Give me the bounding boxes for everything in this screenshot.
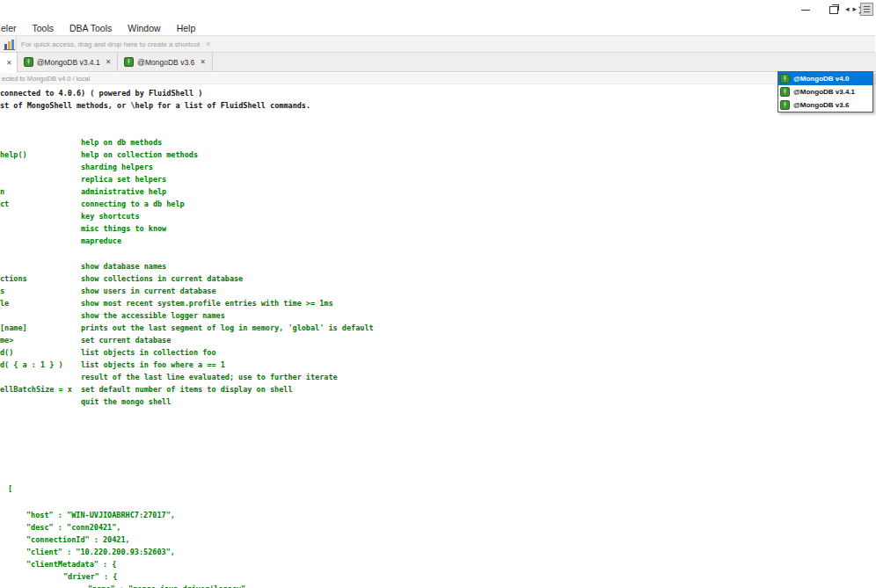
- help-command-fragment: d(): [0, 348, 13, 357]
- console-help-row: replica set helpers: [0, 175, 876, 187]
- dropdown-item[interactable]: @MongoDB v3.6: [778, 98, 872, 112]
- console-help-row: quit the mongo shell: [0, 397, 876, 410]
- help-description: administrative help: [81, 187, 166, 196]
- menu-item-window[interactable]: Window: [120, 22, 168, 33]
- dismiss-hint-icon[interactable]: ✕: [205, 40, 211, 48]
- restore-button[interactable]: [820, 0, 848, 19]
- console-help-row: help()help on collection methods: [0, 150, 876, 163]
- shell-banner-line: st of MongoShell methods, or \help for a…: [0, 101, 310, 110]
- dropdown-item-label: @MongoDB v3.6: [793, 101, 849, 109]
- connection-status-bar: ected to MongoDB v4.0 / local: [0, 73, 876, 84]
- console-help-row: nadministrative help: [0, 187, 876, 200]
- toolbar-divider: [16, 36, 17, 52]
- console-help-row: ctconnecting to a db help: [0, 200, 876, 212]
- help-description: quit the mongo shell: [81, 397, 171, 406]
- help-description: replica set helpers: [81, 175, 166, 184]
- help-description: prints out the last segment of log in me…: [81, 323, 374, 332]
- help-command-fragment: help(): [0, 150, 27, 159]
- json-block: "host" : "WIN-UVJIOABRHC7:27017","desc" …: [0, 511, 876, 588]
- help-description: show collections in current database: [81, 274, 243, 283]
- dropdown-item-label: @MongoDB v4.0: [793, 75, 849, 83]
- console-help-row: show database names: [0, 262, 876, 274]
- tab-list: ✕@MongoDB v3.4.1✕@MongoDB v3.6✕: [0, 53, 876, 72]
- chart-shortcut-icon[interactable]: [2, 37, 16, 51]
- json-open-bracket: [: [8, 484, 12, 493]
- console-help-row: show the accessible logger names: [0, 311, 876, 323]
- console-help-row: me>set current database: [0, 336, 876, 348]
- console-json-line: "client" : "10.220.200.93:52603",: [0, 548, 876, 560]
- connection-status-text: ected to MongoDB v4.0 / local: [2, 75, 90, 83]
- help-description: list objects in collection foo: [81, 348, 216, 357]
- shell-banner-line: connected to 4.0.6) ( powered by FluidSh…: [0, 89, 202, 98]
- console-help-row: ellBatchSize = xset default number of it…: [0, 385, 876, 397]
- menu-item-eler[interactable]: eler: [0, 22, 25, 33]
- help-description: show the accessible logger names: [81, 311, 225, 320]
- console-help-row: misc things to know: [0, 224, 876, 236]
- tab-navigation: ◂ ▸: [845, 3, 873, 16]
- console-help-row: sharding helpers: [0, 163, 876, 175]
- help-description: misc things to know: [81, 224, 166, 233]
- help-command-fragment: [name]: [0, 323, 27, 332]
- help-block-1: help on db methodshelp()help on collecti…: [0, 138, 876, 249]
- list-icon: [864, 6, 870, 12]
- tab--mongodb-v3.4.1[interactable]: @MongoDB v3.4.1✕: [18, 53, 119, 71]
- help-command-fragment: s: [0, 287, 4, 295]
- dropdown-item[interactable]: @MongoDB v4.0: [778, 72, 872, 85]
- mongodb-icon: [780, 87, 790, 97]
- console-json-line: "desc" : "conn20421",: [0, 523, 876, 535]
- console-json-line: "driver" : {: [0, 572, 876, 584]
- help-description: result of the last line evaluated; use t…: [81, 373, 338, 381]
- help-description: set default number of items to display o…: [81, 385, 293, 394]
- help-description: show most recent system.profile entries …: [81, 299, 333, 308]
- console-json-line: "name" : "mongo-java-driver|legacy",: [0, 584, 876, 588]
- tab-partial[interactable]: ✕: [0, 53, 18, 72]
- console-json-line: "connectionId" : 20421,: [0, 535, 876, 548]
- tab-close-icon[interactable]: ✕: [200, 58, 206, 66]
- help-command-fragment: d( { a : 1 } ): [0, 360, 63, 369]
- console-help-row: d()list objects in collection foo: [0, 348, 876, 360]
- tab--mongodb-v3.6[interactable]: @MongoDB v3.6✕: [118, 53, 213, 71]
- console-help-row: [name]prints out the last segment of log…: [0, 323, 876, 336]
- menubar: elerToolsDBA ToolsWindowHelp: [0, 19, 876, 35]
- console-help-row: leshow most recent system.profile entrie…: [0, 299, 876, 311]
- help-description: connecting to a db help: [81, 200, 185, 208]
- tab-close-icon[interactable]: ✕: [6, 59, 12, 67]
- fluidshell-console[interactable]: connected to 4.0.6) ( powered by FluidSh…: [0, 84, 876, 588]
- tab-dropdown: @MongoDB v4.0@MongoDB v3.4.1@MongoDB v3.…: [777, 71, 873, 113]
- restore-icon: [829, 6, 838, 14]
- mongodb-icon: [780, 74, 790, 83]
- help-command-fragment: me>: [0, 336, 13, 345]
- tab-close-icon[interactable]: ✕: [106, 58, 112, 66]
- tab-label: @MongoDB v3.4.1: [37, 58, 100, 67]
- scroll-tabs-left-icon[interactable]: ◂: [845, 5, 850, 13]
- help-description: list objects in foo where a == 1: [81, 360, 225, 369]
- menu-item-dba-tools[interactable]: DBA Tools: [62, 22, 120, 33]
- title-bar: [0, 0, 876, 19]
- console-help-row: mapreduce: [0, 236, 876, 249]
- mongodb-icon: [780, 100, 790, 110]
- help-description: set current database: [81, 336, 171, 345]
- help-command-fragment: ctions: [0, 274, 27, 283]
- help-description: show users in current database: [81, 287, 216, 295]
- help-description: help on collection methods: [81, 150, 198, 159]
- quick-access-hint: For quick access, drag and drop here to …: [21, 40, 200, 48]
- help-command-fragment: ct: [0, 200, 9, 208]
- menu-item-tools[interactable]: Tools: [25, 22, 62, 33]
- console-help-row: ctionsshow collections in current databa…: [0, 274, 876, 287]
- tab-list-menu-button[interactable]: [860, 3, 873, 16]
- console-json-line: "host" : "WIN-UVJIOABRHC7:27017",: [0, 511, 876, 523]
- console-help-row: d( { a : 1 } )list objects in foo where …: [0, 360, 876, 373]
- quick-access-toolbar: For quick access, drag and drop here to …: [0, 35, 875, 53]
- minimize-button[interactable]: [792, 0, 820, 19]
- menu-item-help[interactable]: Help: [169, 22, 204, 33]
- console-help-row: help on db methods: [0, 138, 876, 150]
- scroll-tabs-right-icon[interactable]: ▸: [852, 5, 857, 13]
- help-block-2: show database namesctionsshow collection…: [0, 262, 876, 410]
- help-description: help on db methods: [81, 138, 162, 147]
- help-description: sharding helpers: [81, 163, 153, 171]
- help-command-fragment: le: [0, 299, 9, 308]
- mongodb-icon: [24, 57, 33, 67]
- console-json-line: "clientMetadata" : {: [0, 560, 876, 572]
- help-description: show database names: [81, 262, 166, 271]
- dropdown-item[interactable]: @MongoDB v3.4.1: [778, 85, 872, 98]
